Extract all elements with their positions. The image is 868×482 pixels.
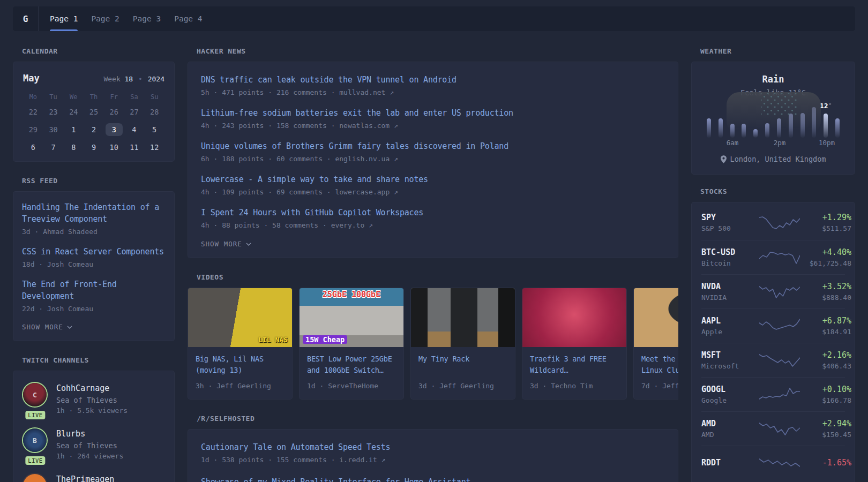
stock-price: $150.45: [800, 430, 851, 440]
video-thumbnail[interactable]: FA: [634, 288, 678, 347]
weather-chart: 12°: [707, 97, 840, 148]
video-title[interactable]: Meet the Linux Clu…: [641, 353, 678, 376]
reddit-item-title[interactable]: Cautionary Tale on Automated Speed Tests: [201, 441, 665, 453]
stocks-section: STOCKS SPY S&P 500: [691, 187, 855, 482]
calendar-day-number: 7: [45, 141, 62, 154]
hackernews-item-title[interactable]: Lithium-free sodium batteries exit the l…: [201, 107, 665, 119]
calendar-day-number: 1: [65, 123, 82, 136]
day-name: Fr: [104, 93, 124, 102]
video-thumbnail[interactable]: 25GbE 100GbE 15W Cheap: [300, 288, 403, 347]
calendar-day: 11: [124, 141, 145, 154]
nav-tab[interactable]: Page 1: [50, 6, 78, 31]
video-thumbnail[interactable]: [522, 288, 626, 347]
time-axis-label: 6am: [727, 139, 739, 147]
hackernews-show-more-button[interactable]: SHOW MORE: [201, 240, 251, 248]
source-link[interactable]: i.redd.it ↗: [339, 456, 385, 464]
stock-row[interactable]: RDDT -1.65%: [701, 446, 845, 480]
stock-row[interactable]: BTC-USD Bitcoin +4.40% $61,725.48: [701, 240, 845, 274]
twitch-channel-name[interactable]: Blurbs: [56, 428, 123, 439]
rss-item-title[interactable]: Handling The Indentation of a Treeview C…: [22, 201, 166, 225]
source-link[interactable]: every.to ↗: [331, 221, 373, 229]
top-nav: G Page 1Page 2Page 3Page 4: [13, 6, 855, 31]
calendar-day-number: 25: [85, 106, 102, 118]
source-link[interactable]: mullvad.net ↗: [339, 88, 394, 96]
rss-item-title[interactable]: CSS in React Server Components: [22, 246, 166, 258]
avatar-initial: B: [33, 436, 37, 445]
video-title[interactable]: Traefik 3 and FREE Wildcard…: [530, 353, 619, 376]
rss-item-title[interactable]: The End of Front-End Development: [22, 278, 166, 302]
hackernews-section: HACKER NEWS DNS traffic can leak outside…: [188, 47, 678, 258]
video-card[interactable]: 25GbE 100GbE 15W Cheap BEST Low Power 25…: [299, 288, 404, 400]
stock-company: S&P 500: [701, 223, 759, 234]
twitch-avatar-wrap: B LIVE: [23, 428, 48, 461]
hackernews-item-title[interactable]: Unique volumes of Brothers Grimm fairy t…: [201, 140, 665, 152]
calendar-day-number: 26: [106, 106, 123, 118]
video-title[interactable]: Big NAS, Lil NAS (moving 13): [196, 353, 285, 376]
stock-row[interactable]: AMD AMD +2.94% $150.45: [701, 411, 845, 446]
rss-item: The End of Front-End Development 22d · J…: [22, 278, 166, 314]
stock-company: Microsoft: [701, 361, 759, 371]
calendar-day: 2: [84, 123, 104, 136]
video-card[interactable]: LIL NAS Big NAS, Lil NAS (moving 13) 3h …: [188, 288, 293, 400]
nav-tab[interactable]: Page 2: [91, 6, 119, 31]
video-card[interactable]: Traefik 3 and FREE Wildcard… 3d · Techno…: [522, 288, 627, 400]
twitch-card: C LIVE CohhCarnage Sea of Thieves 1h · 5…: [13, 371, 175, 482]
video-thumbnail[interactable]: [411, 288, 515, 347]
calendar-day-number: 3: [106, 123, 123, 136]
avatar: [23, 474, 47, 482]
rss-item-meta: 22d · Josh Comeau: [22, 304, 166, 314]
calendar-day: 7: [43, 141, 64, 154]
source-link[interactable]: english.nv.ua ↗: [335, 155, 398, 163]
rss-show-more-button[interactable]: SHOW MORE: [22, 323, 72, 331]
calendar-day: 4: [124, 123, 145, 136]
video-thumbnail[interactable]: LIL NAS: [188, 288, 292, 347]
stock-row[interactable]: GOOGL Google +0.10% $166.78: [701, 377, 845, 411]
twitch-channel[interactable]: B LIVE Blurbs Sea of Thieves 1h · 264 vi…: [23, 428, 164, 461]
avatar-initial: C: [33, 391, 37, 399]
calendar-day-number: 10: [106, 141, 123, 154]
video-card-body: Meet the Linux Clu… 7d · Jeff…: [634, 347, 678, 399]
stock-row[interactable]: NVDA NVIDIA +3.52% $888.40: [701, 274, 845, 308]
sparkline-chart: [759, 249, 800, 266]
source-link[interactable]: newatlas.com ↗: [339, 122, 398, 130]
video-title[interactable]: My Tiny Rack: [418, 353, 507, 365]
twitch-channel-name[interactable]: CohhCarnage: [56, 383, 128, 394]
time-axis-label: 10pm: [819, 139, 835, 147]
hackernews-item-title[interactable]: I Spent 24 Hours with GitHub Copilot Wor…: [201, 207, 665, 219]
stock-row[interactable]: SPY S&P 500 +1.29% $511.57: [701, 206, 845, 240]
reddit-item-title[interactable]: Showcase of my Mixed Reality Interface f…: [201, 476, 665, 482]
hackernews-item-title[interactable]: DNS traffic can leak outside the VPN tun…: [201, 74, 665, 86]
chevron-down-icon: [67, 326, 72, 329]
stock-change: +4.40%: [800, 247, 851, 258]
avatar: C: [23, 383, 47, 406]
meta-text: 1d · 538 points · 155 comments ·: [201, 456, 335, 464]
stock-change: +0.10%: [800, 384, 851, 395]
app-logo: G: [13, 6, 39, 31]
nav-tab[interactable]: Page 4: [174, 6, 202, 31]
page-tabs: Page 1Page 2Page 3Page 4: [50, 6, 216, 31]
thumbnail-text: LIL NAS: [258, 336, 288, 344]
stocks-header: STOCKS: [700, 187, 855, 195]
video-card[interactable]: My Tiny Rack 3d · Jeff Geerling: [410, 288, 515, 400]
twitch-channel[interactable]: C LIVE CohhCarnage Sea of Thieves 1h · 5…: [23, 383, 164, 416]
stock-row[interactable]: AAPL Apple +6.87% $184.91: [701, 308, 845, 343]
hackernews-item-meta: 4h · 243 points · 158 comments · newatla…: [201, 120, 665, 131]
twitch-header: TWITCH CHANNELS: [22, 356, 175, 364]
video-card[interactable]: FA Meet the Linux Clu… 7d · Jeff…: [633, 288, 678, 400]
hackernews-item-title[interactable]: Lowercase - A simple way to take and sha…: [201, 174, 665, 185]
weather-header: WEATHER: [700, 47, 855, 55]
rain-dots-pattern: [761, 93, 797, 117]
stock-change: -1.65%: [800, 457, 851, 469]
twitch-channel[interactable]: ThePrimeagen: [23, 474, 164, 482]
video-title[interactable]: BEST Low Power 25GbE and 100GbE Switch…: [307, 353, 396, 376]
stock-row[interactable]: MSFT Microsoft +2.16% $406.43: [701, 343, 845, 377]
source-link[interactable]: lowercase.app ↗: [335, 188, 398, 196]
location-text: London, United Kingdom: [730, 155, 826, 163]
stock-ticker: SPY: [701, 212, 759, 223]
meta-text: 6h · 188 points · 60 comments ·: [201, 155, 331, 163]
video-card-body: BEST Low Power 25GbE and 100GbE Switch… …: [300, 347, 403, 399]
weather-section: WEATHER Rain Feels like 11°C: [691, 47, 855, 175]
twitch-meta: 1h · 264 viewers: [56, 451, 123, 461]
twitch-channel-name[interactable]: ThePrimeagen: [56, 474, 114, 482]
nav-tab[interactable]: Page 3: [133, 6, 161, 31]
